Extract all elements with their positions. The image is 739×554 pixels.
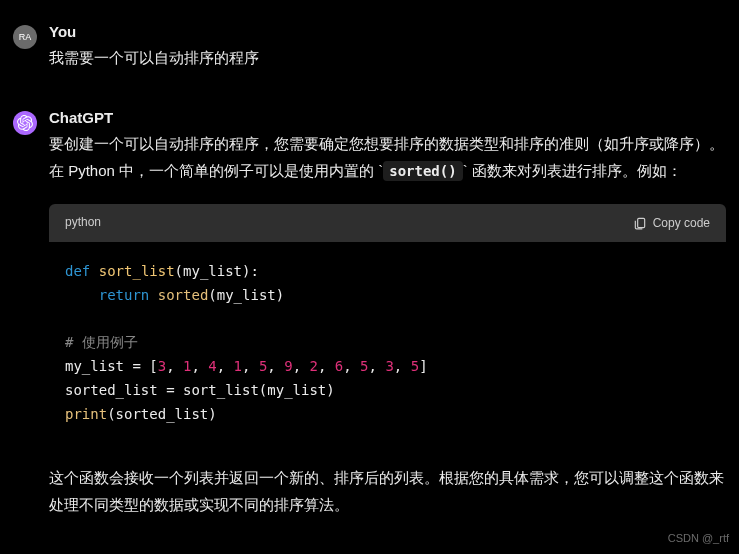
para1-text-b: 函数来对列表进行排序。例如： xyxy=(468,162,682,179)
copy-code-button[interactable]: Copy code xyxy=(633,216,710,230)
copy-code-label: Copy code xyxy=(653,216,710,230)
comment: # 使用例子 xyxy=(65,334,138,350)
number-list: 3, 1, 4, 1, 5, 9, 2, 6, 5, 3, 5 xyxy=(158,358,419,374)
assistant-message-body: ChatGPT 要创建一个可以自动排序的程序，您需要确定您想要排序的数据类型和排… xyxy=(49,109,726,518)
assistant-paragraph-1: 要创建一个可以自动排序的程序，您需要确定您想要排序的数据类型和排序的准则（如升序… xyxy=(49,130,726,184)
clipboard-icon xyxy=(633,216,647,230)
kw-def: def xyxy=(65,263,90,279)
list-open: my_list = [ xyxy=(65,358,158,374)
user-message-body: You 我需要一个可以自动排序的程序 xyxy=(49,23,726,71)
call-sorted: sorted xyxy=(158,287,209,303)
fn-sig: (my_list): xyxy=(175,263,259,279)
assistant-paragraph-2: 这个函数会接收一个列表并返回一个新的、排序后的列表。根据您的具体需求，您可以调整… xyxy=(49,464,726,518)
list-close: ] xyxy=(419,358,427,374)
assistant-content: 要创建一个可以自动排序的程序，您需要确定您想要排序的数据类型和排序的准则（如升序… xyxy=(49,130,726,518)
assistant-message: ChatGPT 要创建一个可以自动排序的程序，您需要确定您想要排序的数据类型和排… xyxy=(13,109,726,518)
kw-return: return xyxy=(99,287,150,303)
user-message: RA You 我需要一个可以自动排序的程序 xyxy=(13,23,726,71)
assistant-sender-label: ChatGPT xyxy=(49,109,726,126)
code-body[interactable]: def sort_list(my_list): return sorted(my… xyxy=(49,242,726,445)
user-sender-label: You xyxy=(49,23,726,40)
code-block: python Copy code def sort_list(my_list):… xyxy=(49,204,726,444)
call-args: (my_list) xyxy=(208,287,284,303)
svg-rect-0 xyxy=(637,218,644,227)
user-avatar: RA xyxy=(13,25,37,49)
user-content: 我需要一个可以自动排序的程序 xyxy=(49,44,726,71)
call-print: print xyxy=(65,406,107,422)
chatgpt-icon xyxy=(17,115,33,131)
code-header: python Copy code xyxy=(49,204,726,242)
assistant-avatar xyxy=(13,111,37,135)
inline-code: sorted() xyxy=(383,161,462,181)
watermark: CSDN @_rtf xyxy=(668,532,729,544)
code-language-label: python xyxy=(65,212,101,234)
fn-name: sort_list xyxy=(99,263,175,279)
avatar-initials: RA xyxy=(19,32,32,42)
print-args: (sorted_list) xyxy=(107,406,217,422)
assign-line: sorted_list = sort_list(my_list) xyxy=(65,382,335,398)
